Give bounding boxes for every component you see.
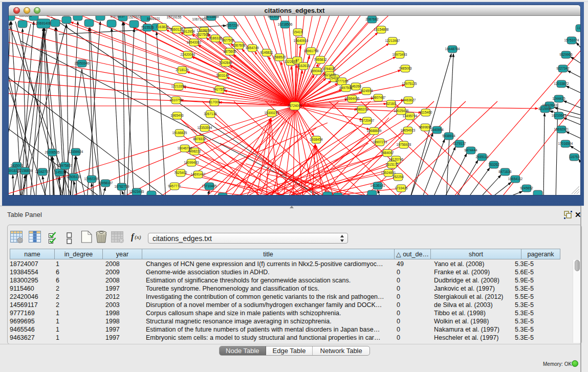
svg-text:7515526: 7515526	[141, 26, 154, 29]
svg-text:13226058: 13226058	[197, 29, 212, 32]
svg-text:20364436: 20364436	[345, 97, 360, 100]
svg-text:1615172: 1615172	[385, 163, 399, 166]
svg-text:3267130: 3267130	[204, 112, 217, 116]
svg-text:(x): (x)	[135, 234, 141, 240]
svg-text:7625402: 7625402	[174, 171, 187, 174]
svg-text:15640910: 15640910	[294, 39, 309, 42]
svg-text:8215958: 8215958	[538, 107, 552, 111]
svg-text:9777169: 9777169	[335, 79, 349, 83]
svg-text:14691447: 14691447	[191, 172, 206, 176]
svg-text:1527602: 1527602	[128, 16, 141, 19]
svg-text:252254: 252254	[393, 175, 404, 179]
svg-text:10653257: 10653257	[111, 16, 125, 18]
svg-text:7955812: 7955812	[314, 58, 327, 61]
svg-text:20975857: 20975857	[58, 164, 73, 167]
svg-text:1965493: 1965493	[170, 114, 184, 117]
svg-text:2367608: 2367608	[232, 43, 246, 47]
svg-text:13495794: 13495794	[403, 114, 418, 118]
svg-text:19756928: 19756928	[397, 143, 411, 146]
svg-text:116753: 116753	[569, 155, 580, 159]
svg-text:15692921: 15692921	[554, 127, 569, 131]
svg-text:8878332: 8878332	[193, 137, 206, 141]
svg-text:2087682: 2087682	[365, 17, 379, 21]
svg-text:19120746: 19120746	[389, 158, 404, 161]
svg-text:2803144: 2803144	[216, 74, 229, 77]
svg-text:15710485: 15710485	[202, 184, 217, 188]
svg-text:763262: 763262	[488, 163, 499, 166]
svg-text:8466101: 8466101	[147, 17, 160, 20]
svg-text:12213359: 12213359	[171, 84, 186, 88]
svg-text:9484067: 9484067	[381, 151, 394, 155]
svg-text:10973493: 10973493	[393, 53, 407, 56]
svg-text:1244415: 1244415	[552, 97, 565, 100]
svg-text:5938914: 5938914	[442, 134, 455, 138]
svg-text:9329966: 9329966	[559, 53, 573, 56]
svg-text:8454749: 8454749	[246, 46, 259, 50]
svg-text:15300273: 15300273	[265, 111, 279, 115]
svg-text:9146821: 9146821	[260, 51, 273, 54]
svg-text:10218506: 10218506	[278, 23, 293, 26]
svg-text:10807487: 10807487	[371, 96, 386, 99]
svg-text:1990443: 1990443	[310, 69, 323, 73]
svg-text:17957255: 17957255	[84, 177, 99, 181]
svg-text:20691406: 20691406	[36, 21, 51, 25]
svg-text:1640954: 1640954	[430, 128, 444, 132]
svg-text:12359924: 12359924	[69, 150, 83, 154]
svg-text:7163822: 7163822	[156, 25, 169, 29]
svg-text:22420046: 22420046	[181, 53, 195, 56]
svg-text:18907273: 18907273	[373, 140, 387, 144]
svg-text:87: 87	[295, 58, 299, 62]
svg-text:2718129: 2718129	[176, 68, 189, 72]
svg-text:12505135: 12505135	[67, 175, 81, 179]
svg-text:39183: 39183	[9, 169, 17, 172]
svg-text:20206535: 20206535	[45, 150, 60, 154]
svg-text:9794028: 9794028	[322, 67, 336, 71]
svg-text:62160: 62160	[386, 102, 396, 105]
svg-text:4498222: 4498222	[188, 149, 201, 153]
svg-text:12353594: 12353594	[198, 126, 212, 129]
svg-text:16648784: 16648784	[445, 47, 460, 51]
svg-text:2935114: 2935114	[476, 155, 489, 159]
svg-text:15419: 15419	[293, 30, 302, 34]
svg-text:16210643: 16210643	[542, 103, 557, 107]
svg-text:10719155: 10719155	[167, 16, 182, 19]
svg-text:12156859: 12156859	[18, 169, 33, 172]
svg-text:19166825: 19166825	[172, 131, 187, 135]
svg-text:1605572: 1605572	[19, 16, 32, 17]
svg-text:1610755: 1610755	[169, 98, 183, 102]
svg-text:18724007: 18724007	[288, 104, 302, 107]
svg-text:9827503: 9827503	[221, 38, 234, 42]
svg-text:1938454: 1938454	[310, 138, 323, 141]
svg-text:1112: 1112	[577, 26, 580, 30]
svg-text:1162615: 1162615	[297, 64, 310, 68]
svg-text:12033872: 12033872	[554, 82, 569, 85]
svg-text:25053346: 25053346	[75, 61, 90, 65]
svg-text:9427552: 9427552	[213, 87, 226, 91]
svg-text:14136141: 14136141	[371, 184, 385, 187]
svg-text:16210643: 16210643	[552, 114, 567, 117]
svg-text:8660124: 8660124	[170, 28, 183, 31]
svg-text:10958107: 10958107	[98, 181, 113, 185]
svg-text:12923445: 12923445	[129, 190, 144, 193]
svg-text:17016504: 17016504	[558, 142, 573, 145]
svg-text:12975125: 12975125	[402, 82, 417, 85]
svg-text:13524851: 13524851	[381, 171, 396, 174]
svg-text:7485063: 7485063	[399, 67, 412, 70]
svg-text:16782759: 16782759	[115, 185, 129, 188]
svg-text:8912954: 8912954	[182, 30, 195, 33]
svg-text:9474444: 9474444	[464, 148, 477, 152]
svg-text:817006: 817006	[209, 100, 220, 104]
svg-text:9457771: 9457771	[168, 184, 181, 188]
svg-text:8813054: 8813054	[268, 16, 281, 18]
svg-text:8471636: 8471636	[498, 170, 512, 173]
svg-text:1435001: 1435001	[10, 164, 24, 167]
svg-text:6179137: 6179137	[453, 142, 466, 145]
svg-text:8186328: 8186328	[209, 36, 222, 40]
svg-text:7357224: 7357224	[226, 24, 239, 27]
svg-text:9227342: 9227342	[556, 67, 570, 70]
svg-text:12342757: 12342757	[35, 170, 50, 173]
svg-text:9327503: 9327503	[196, 33, 209, 36]
svg-text:9699695: 9699695	[419, 125, 432, 129]
svg-text:7986372: 7986372	[355, 107, 368, 111]
svg-text:9245652: 9245652	[520, 186, 533, 190]
